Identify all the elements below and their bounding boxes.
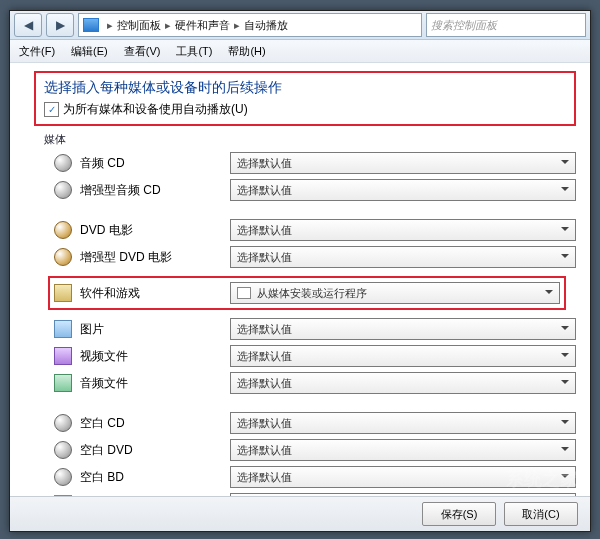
header-block: 选择插入每种媒体或设备时的后续操作 为所有媒体和设备使用自动播放(U) (34, 71, 576, 126)
row-label: 空白 DVD (80, 442, 230, 459)
dropdown-value: 选择默认值 (237, 470, 292, 485)
back-button[interactable]: ◀ (14, 13, 42, 37)
breadcrumb[interactable]: ▸ 控制面板 ▸ 硬件和声音 ▸ 自动播放 (78, 13, 422, 37)
media-icon (54, 374, 72, 392)
crumb-control-panel[interactable]: 控制面板 (117, 18, 161, 33)
media-row: 增强型 DVD 电影选择默认值 (54, 246, 576, 268)
row-label: 图片 (80, 321, 230, 338)
dropdown-default[interactable]: 选择默认值 (230, 179, 576, 201)
dropdown-value: 选择默认值 (237, 223, 292, 238)
dropdown-value: 选择默认值 (237, 156, 292, 171)
title-bar: ◀ ▶ ▸ 控制面板 ▸ 硬件和声音 ▸ 自动播放 搜索控制面板 (10, 11, 590, 40)
highlight-software: 软件和游戏 从媒体安装或运行程序 (48, 276, 566, 310)
dropdown-value: 选择默认值 (237, 349, 292, 364)
dropdown-default[interactable]: 选择默认值 (230, 372, 576, 394)
media-section-label: 媒体 (44, 132, 576, 147)
menu-view[interactable]: 查看(V) (121, 42, 164, 61)
dropdown-value: 选择默认值 (237, 443, 292, 458)
media-icon (54, 320, 72, 338)
menu-file[interactable]: 文件(F) (16, 42, 58, 61)
media-row: 音频文件选择默认值 (54, 372, 576, 394)
row-label: 空白 CD (80, 415, 230, 432)
media-row: DVD 电影选择默认值 (54, 219, 576, 241)
media-icon (54, 248, 72, 266)
row-software: 软件和游戏 从媒体安装或运行程序 (54, 282, 560, 304)
dropdown-default[interactable]: 选择默认值 (230, 439, 576, 461)
media-row: 音频 CD选择默认值 (54, 152, 576, 174)
software-icon (54, 284, 72, 302)
dropdown-default[interactable]: 选择默认值 (230, 318, 576, 340)
media-icon (54, 468, 72, 486)
crumb-hardware-sound[interactable]: 硬件和声音 (175, 18, 230, 33)
page-title: 选择插入每种媒体或设备时的后续操作 (44, 79, 566, 97)
install-icon (237, 287, 251, 299)
search-input[interactable]: 搜索控制面板 (426, 13, 586, 37)
cancel-button[interactable]: 取消(C) (504, 502, 578, 526)
computer-icon (83, 18, 99, 32)
autoplay-all-checkbox[interactable] (44, 102, 59, 117)
media-icon (54, 154, 72, 172)
dropdown-default[interactable]: 选择默认值 (230, 466, 576, 488)
media-icon (54, 347, 72, 365)
dropdown-default[interactable]: 选择默认值 (230, 345, 576, 367)
dropdown-value: 选择默认值 (237, 416, 292, 431)
dropdown-default[interactable]: 选择默认值 (230, 152, 576, 174)
dropdown-value: 选择默认值 (237, 250, 292, 265)
dropdown-value: 选择默认值 (237, 376, 292, 391)
dropdown-value: 从媒体安装或运行程序 (257, 286, 367, 301)
media-row: 空白 CD选择默认值 (54, 412, 576, 434)
row-label: 空白 BD (80, 469, 230, 486)
content-area[interactable]: 选择插入每种媒体或设备时的后续操作 为所有媒体和设备使用自动播放(U) 媒体 音… (10, 63, 590, 497)
row-label: 软件和游戏 (80, 285, 230, 302)
dropdown-software[interactable]: 从媒体安装或运行程序 (230, 282, 560, 304)
crumb-autoplay[interactable]: 自动播放 (244, 18, 288, 33)
menu-edit[interactable]: 编辑(E) (68, 42, 111, 61)
row-label: 视频文件 (80, 348, 230, 365)
save-button[interactable]: 保存(S) (422, 502, 496, 526)
row-label: 增强型音频 CD (80, 182, 230, 199)
media-icon (54, 414, 72, 432)
dropdown-value: 选择默认值 (237, 183, 292, 198)
menu-bar: 文件(F) 编辑(E) 查看(V) 工具(T) 帮助(H) (10, 40, 590, 63)
footer: 保存(S) 取消(C) (10, 496, 590, 531)
media-icon (54, 441, 72, 459)
dropdown-default[interactable]: 选择默认值 (230, 219, 576, 241)
autoplay-all-label: 为所有媒体和设备使用自动播放(U) (63, 101, 248, 118)
dropdown-default[interactable]: 选择默认值 (230, 412, 576, 434)
row-label: 音频 CD (80, 155, 230, 172)
autoplay-settings-window: ◀ ▶ ▸ 控制面板 ▸ 硬件和声音 ▸ 自动播放 搜索控制面板 文件(F) 编… (9, 10, 591, 532)
media-icon (54, 221, 72, 239)
row-label: DVD 电影 (80, 222, 230, 239)
row-label: 音频文件 (80, 375, 230, 392)
media-icon (54, 181, 72, 199)
media-row: 图片选择默认值 (54, 318, 576, 340)
dropdown-default[interactable]: 选择默认值 (230, 246, 576, 268)
forward-button[interactable]: ▶ (46, 13, 74, 37)
menu-help[interactable]: 帮助(H) (225, 42, 268, 61)
search-placeholder: 搜索控制面板 (431, 18, 497, 33)
row-label: 增强型 DVD 电影 (80, 249, 230, 266)
dropdown-value: 选择默认值 (237, 322, 292, 337)
media-row: 增强型音频 CD选择默认值 (54, 179, 576, 201)
media-row: 空白 DVD选择默认值 (54, 439, 576, 461)
menu-tools[interactable]: 工具(T) (173, 42, 215, 61)
media-row: 视频文件选择默认值 (54, 345, 576, 367)
media-row: 空白 BD选择默认值 (54, 466, 576, 488)
